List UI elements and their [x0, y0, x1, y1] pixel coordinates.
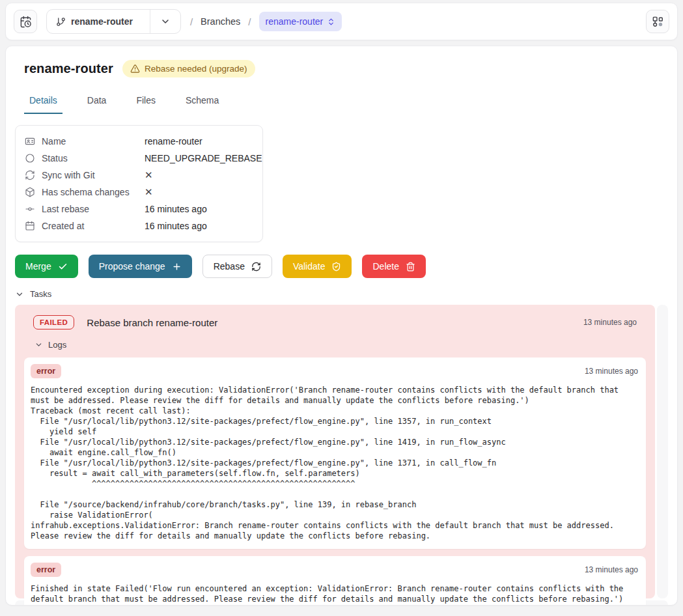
chevron-down-icon — [15, 290, 24, 299]
branch-selector[interactable]: rename-router — [46, 9, 181, 34]
detail-value-x: ✕ — [145, 169, 153, 181]
breadcrumb: / Branches / rename-router — [190, 12, 342, 31]
detail-value-x: ✕ — [145, 186, 153, 198]
page-title: rename-router — [24, 61, 113, 76]
propose-change-button[interactable]: Propose change — [89, 255, 192, 278]
detail-label: Status — [42, 153, 145, 163]
breadcrumb-branches[interactable]: Branches — [201, 16, 240, 27]
breadcrumb-branch-name: rename-router — [266, 16, 324, 27]
detail-label: Name — [42, 136, 145, 147]
refresh-icon — [25, 170, 36, 180]
logs-toggle-label: Logs — [48, 340, 66, 350]
detail-label: Sync with Git — [42, 170, 145, 180]
breadcrumb-branch-select[interactable]: rename-router — [259, 12, 342, 31]
delete-button-label: Delete — [372, 261, 398, 272]
task-header[interactable]: FAILED Rebase branch rename-router 13 mi… — [24, 315, 646, 340]
tasks-section-toggle[interactable]: Tasks — [15, 289, 668, 299]
trash-icon — [406, 262, 415, 272]
task-timestamp: 13 minutes ago — [583, 318, 637, 327]
task-title: Rebase branch rename-router — [87, 317, 217, 328]
rebase-button-label: Rebase — [214, 261, 245, 272]
log-entry: error 13 minutes ago Finished in state F… — [24, 556, 646, 606]
delete-button[interactable]: Delete — [362, 255, 425, 278]
calendar-icon — [25, 221, 36, 231]
branch-detail-panel: rename-router Rebase needed (upgrade) De… — [5, 46, 678, 606]
detail-row-created-at: Created at 16 minutes ago — [25, 217, 253, 234]
propose-change-button-label: Propose change — [99, 261, 165, 272]
tasks-section-label: Tasks — [30, 289, 51, 299]
logs-toggle[interactable]: Logs — [24, 340, 646, 357]
merge-button-label: Merge — [25, 261, 51, 272]
merge-button[interactable]: Merge — [15, 255, 78, 278]
time-travel-button[interactable] — [14, 10, 37, 33]
title-row: rename-router Rebase needed (upgrade) — [6, 46, 677, 77]
log-entry-header: error 13 minutes ago — [31, 563, 639, 577]
detail-row-has-schema-changes: Has schema changes ✕ — [25, 184, 253, 201]
tab-schema[interactable]: Schema — [180, 89, 224, 114]
log-entry-header: error 13 minutes ago — [31, 364, 639, 378]
tab-data[interactable]: Data — [82, 89, 112, 114]
chevron-down-icon — [35, 341, 43, 349]
log-level-badge: error — [31, 364, 61, 378]
id-card-icon — [25, 136, 36, 147]
branch-actions: Merge Propose change Rebase Validate Del… — [15, 255, 668, 278]
branch-details-card: Name rename-router Status NEED_UPGRADE_R… — [15, 125, 263, 242]
validate-button[interactable]: Validate — [283, 255, 352, 278]
detail-label: Last rebase — [42, 204, 145, 214]
detail-row-name: Name rename-router — [25, 133, 253, 150]
log-message-traceback: Encountered exception during execution: … — [31, 385, 639, 541]
log-timestamp: 13 minutes ago — [585, 367, 639, 376]
calendar-clock-icon — [20, 16, 32, 28]
check-icon — [58, 262, 68, 272]
task-status-badge: FAILED — [33, 315, 74, 329]
log-entry: error 13 minutes ago Encountered excepti… — [24, 357, 646, 549]
tab-bar: Details Data Files Schema — [6, 89, 677, 114]
branch-selector-value: rename-router — [71, 16, 133, 27]
schema-visualizer-button[interactable] — [646, 10, 669, 33]
tab-files[interactable]: Files — [131, 89, 161, 114]
refresh-icon — [251, 262, 261, 272]
vertical-scrollbar[interactable] — [657, 305, 668, 598]
rebase-needed-badge-label: Rebase needed (upgrade) — [145, 64, 247, 74]
log-level-badge: error — [31, 563, 61, 577]
git-branch-icon — [56, 17, 66, 27]
detail-row-status: Status NEED_UPGRADE_REBASE — [25, 150, 253, 167]
shield-check-icon — [331, 262, 341, 272]
detail-value: 16 minutes ago — [145, 221, 207, 231]
tasks-scroll-area: FAILED Rebase branch rename-router 13 mi… — [15, 305, 668, 598]
breadcrumb-separator: / — [248, 16, 251, 27]
graph-nodes-icon — [652, 16, 664, 28]
log-timestamp: 13 minutes ago — [585, 565, 639, 574]
box-icon — [25, 187, 36, 197]
git-commit-icon — [25, 204, 36, 214]
circle-icon — [25, 153, 36, 163]
detail-value: rename-router — [145, 136, 202, 147]
log-message-final-state: Finished in state Failed('Flow run encou… — [31, 583, 639, 604]
breadcrumb-separator: / — [190, 16, 193, 27]
rebase-button[interactable]: Rebase — [202, 255, 272, 278]
detail-value: 16 minutes ago — [145, 204, 207, 214]
chevrons-up-down-icon — [327, 18, 335, 26]
plus-icon — [172, 262, 182, 272]
validate-button-label: Validate — [293, 261, 326, 272]
detail-row-sync-with-git: Sync with Git ✕ — [25, 167, 253, 184]
detail-row-last-rebase: Last rebase 16 minutes ago — [25, 201, 253, 217]
tab-details[interactable]: Details — [24, 89, 63, 114]
detail-value: NEED_UPGRADE_REBASE — [145, 153, 262, 163]
chevron-down-icon — [150, 10, 180, 33]
top-bar: rename-router / Branches / rename-router — [5, 3, 678, 40]
rebase-needed-badge: Rebase needed (upgrade) — [122, 60, 255, 77]
detail-label: Created at — [42, 221, 145, 231]
detail-label: Has schema changes — [42, 187, 145, 197]
task-card-failed: FAILED Rebase branch rename-router 13 mi… — [15, 305, 655, 598]
warning-triangle-icon — [130, 64, 140, 74]
